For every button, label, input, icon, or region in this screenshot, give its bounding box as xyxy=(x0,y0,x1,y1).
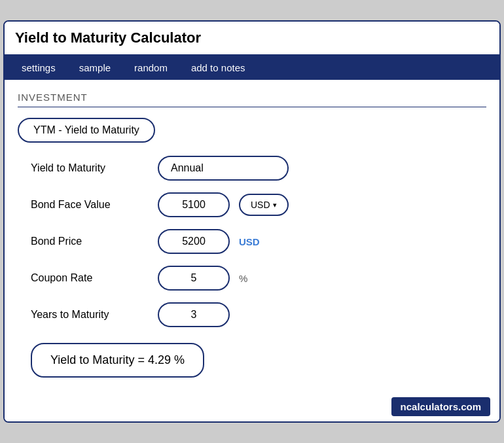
label-coupon-rate: Coupon Rate xyxy=(31,272,149,284)
form-rows: Yield to Maturity Bond Face Value USD ▾ … xyxy=(18,156,486,327)
form-row-ytm-type: Yield to Maturity xyxy=(31,156,486,181)
calculator-type-button[interactable]: YTM - Yield to Maturity xyxy=(18,118,155,143)
result-unit-symbol: % xyxy=(174,353,185,366)
label-ytm-type: Yield to Maturity xyxy=(31,162,149,174)
input-years[interactable] xyxy=(158,302,230,327)
nav-add-to-notes[interactable]: add to notes xyxy=(179,56,257,80)
currency-button[interactable]: USD ▾ xyxy=(239,194,289,216)
input-bond-price[interactable] xyxy=(158,229,230,254)
form-row-bond-price: Bond Price USD xyxy=(31,229,486,254)
form-row-years: Years to Maturity xyxy=(31,302,486,327)
chevron-icon: ▾ xyxy=(273,201,277,209)
currency-label: USD xyxy=(251,200,270,210)
input-ytm-type[interactable] xyxy=(158,156,289,181)
result-label: Yield to Maturity xyxy=(50,353,134,366)
nav-settings[interactable]: settings xyxy=(10,56,67,80)
page-title: Yield to Maturity Calculator xyxy=(15,29,201,46)
bond-price-currency: USD xyxy=(239,236,260,247)
result-value: 4.29 xyxy=(148,353,171,366)
nav-sample[interactable]: sample xyxy=(67,56,122,80)
footer: ncalculators.com xyxy=(5,391,499,421)
nav-random[interactable]: random xyxy=(122,56,179,80)
section-label: INVESTMENT xyxy=(18,92,486,107)
result-box: Yield to Maturity = 4.29 % xyxy=(31,343,204,378)
form-row-coupon-rate: Coupon Rate % xyxy=(31,266,486,291)
form-row-face-value: Bond Face Value USD ▾ xyxy=(31,192,486,217)
main-content: INVESTMENT YTM - Yield to Maturity Yield… xyxy=(5,80,499,391)
title-bar: Yield to Maturity Calculator xyxy=(5,22,499,56)
input-face-value[interactable] xyxy=(158,192,230,217)
label-bond-price: Bond Price xyxy=(31,236,149,247)
result-operator: = xyxy=(137,353,148,366)
calculator-container: Yield to Maturity Calculator settings sa… xyxy=(3,20,501,423)
label-years: Years to Maturity xyxy=(31,309,149,321)
nav-bar: settings sample random add to notes xyxy=(5,56,499,80)
label-face-value: Bond Face Value xyxy=(31,199,149,211)
input-coupon-rate[interactable] xyxy=(158,266,230,291)
coupon-rate-unit: % xyxy=(239,273,247,284)
brand-badge: ncalculators.com xyxy=(391,397,490,416)
